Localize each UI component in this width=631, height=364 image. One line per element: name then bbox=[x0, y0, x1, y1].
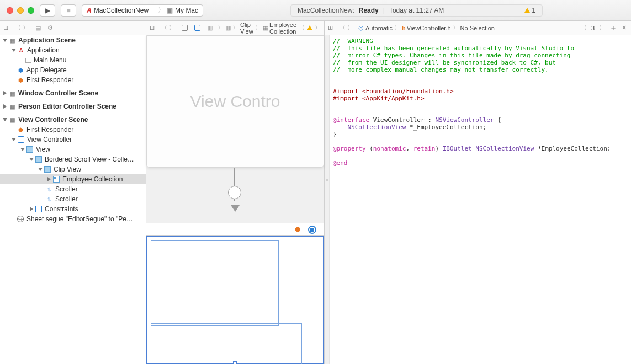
resize-handle-icon[interactable] bbox=[233, 361, 237, 364]
stop-button[interactable]: ■ bbox=[61, 4, 76, 17]
editor-splitter[interactable] bbox=[325, 35, 330, 364]
nav-scroller2[interactable]: Scroller bbox=[55, 195, 78, 203]
disclosure-icon[interactable] bbox=[3, 91, 7, 95]
assistant-file[interactable]: ViewController.h bbox=[407, 25, 451, 31]
scene-application[interactable]: Application Scene bbox=[18, 36, 76, 44]
disclosure-icon[interactable] bbox=[30, 207, 33, 211]
nav-employee-collection[interactable]: Employee Collection bbox=[62, 175, 123, 183]
nav-clip-view[interactable]: Clip View bbox=[54, 165, 81, 173]
layout-icon: ▥ bbox=[207, 24, 213, 31]
code-token: IBOutlet bbox=[443, 145, 472, 152]
back-icon[interactable]: 〈 bbox=[340, 24, 346, 32]
crumb-employee-collection[interactable]: Employee Collection bbox=[269, 22, 299, 35]
document-outline[interactable]: ▦Application Scene AApplication Main Men… bbox=[0, 35, 146, 364]
nav-constraints[interactable]: Constraints bbox=[45, 205, 78, 213]
assistant-source-editor[interactable]: // WARNING // This file has been generat… bbox=[330, 35, 631, 364]
run-button[interactable]: ▶ bbox=[40, 4, 55, 17]
nav-first-responder2[interactable]: First Responder bbox=[26, 126, 73, 133]
status-state: Ready bbox=[359, 7, 379, 14]
collection-icon: ▦ bbox=[263, 24, 268, 31]
cube-icon: ⬢ bbox=[17, 66, 24, 74]
crumb-clip-view[interactable]: Clip View bbox=[240, 22, 253, 35]
next-issue-icon[interactable]: 〉 bbox=[315, 24, 321, 32]
assistant-jump-bar[interactable]: ⊞ 〈〉 ◎ Automatic 〉 h ViewController.h 〉 … bbox=[325, 21, 631, 35]
status-time: Today at 11:27 AM bbox=[389, 7, 444, 14]
disclosure-icon[interactable] bbox=[20, 148, 25, 151]
scheme-name: MacCollectionNew bbox=[94, 7, 149, 14]
nav-app-delegate[interactable]: App Delegate bbox=[26, 66, 67, 74]
back-icon[interactable]: 〈 bbox=[161, 24, 167, 32]
code-token: } bbox=[333, 131, 337, 138]
disclosure-icon[interactable] bbox=[47, 177, 51, 181]
nav-view[interactable]: View bbox=[36, 146, 50, 153]
forward-icon[interactable]: 〉 bbox=[23, 24, 29, 32]
constraints-icon bbox=[35, 206, 42, 212]
nav-segue[interactable]: Sheet segue "EditorSegue" to "Pe… bbox=[26, 215, 133, 223]
disclosure-icon[interactable] bbox=[3, 39, 7, 42]
nav-main-menu[interactable]: Main Menu bbox=[34, 56, 66, 64]
prev-issue-icon[interactable]: 〈 bbox=[299, 24, 305, 32]
forward-icon[interactable]: 〉 bbox=[347, 24, 353, 32]
collection-view-icon bbox=[53, 176, 60, 183]
close-assistant-icon[interactable]: ✕ bbox=[622, 24, 627, 31]
forward-icon[interactable]: 〉 bbox=[169, 24, 175, 32]
view-icon bbox=[35, 156, 42, 163]
related-items-icon[interactable]: ⊞ bbox=[3, 24, 8, 31]
outline-icon[interactable]: ▤ bbox=[35, 24, 41, 31]
chevron-right-icon: 〉 bbox=[158, 6, 165, 15]
code-line: // mirror C# types. Changes in this file… bbox=[333, 52, 570, 59]
code-token: @interface bbox=[333, 116, 369, 124]
nav-view-controller[interactable]: View Controller bbox=[27, 136, 72, 143]
scene-person-editor[interactable]: Person Editor Controller Scene bbox=[18, 103, 116, 110]
code-token: retain bbox=[413, 145, 436, 152]
square-icon bbox=[194, 25, 200, 31]
storyboard-canvas[interactable]: View Contro ⬢ bbox=[146, 35, 325, 364]
arrow-down-icon bbox=[231, 205, 240, 212]
nav-bordered-scroll[interactable]: Bordered Scroll View - Colle… bbox=[45, 156, 134, 163]
disclosure-icon[interactable] bbox=[12, 138, 16, 141]
jump-bar-row: ⊞ 〈〉 ▤ ⚙ ⊞ 〈〉 ▥ 〉 ▥ 〉 Clip View 〉 ▦ Empl… bbox=[0, 21, 631, 35]
nav-scroller1[interactable]: Scroller bbox=[55, 185, 78, 193]
first-responder-icon[interactable]: ⬢ bbox=[295, 226, 300, 233]
assistant-mode[interactable]: Automatic bbox=[365, 25, 393, 31]
collection-view-selection-frame[interactable] bbox=[151, 323, 302, 364]
code-line: // from the UI designer will be synchron… bbox=[333, 59, 556, 66]
minimize-window-icon[interactable] bbox=[17, 7, 24, 14]
scene-view-controller[interactable]: View Controller Scene bbox=[18, 116, 88, 124]
code-token: ViewController bbox=[373, 116, 425, 124]
view-controller-dock-icon[interactable] bbox=[308, 226, 316, 234]
grip-icon bbox=[326, 179, 328, 181]
layout-icon: ▥ bbox=[225, 24, 231, 31]
menu-icon bbox=[25, 58, 31, 63]
zoom-window-icon[interactable] bbox=[28, 7, 34, 14]
main-toolbar: ▶ ■ AMacCollectionNew 〉▣My Mac MacCollec… bbox=[0, 0, 631, 21]
next-counterpart-icon[interactable]: 〉 bbox=[599, 24, 605, 32]
code-token: ) bbox=[435, 145, 442, 152]
grid-icon[interactable]: ⊞ bbox=[150, 24, 155, 31]
nav-first-responder[interactable]: First Responder bbox=[26, 76, 73, 84]
disclosure-icon[interactable] bbox=[38, 168, 43, 171]
disclosure-icon[interactable] bbox=[3, 118, 7, 121]
grid-icon[interactable]: ⊞ bbox=[328, 24, 333, 31]
close-window-icon[interactable] bbox=[7, 7, 13, 14]
warn-count: 1 bbox=[532, 7, 535, 14]
collection-view-canvas[interactable] bbox=[146, 236, 324, 364]
disclosure-icon[interactable] bbox=[29, 158, 34, 161]
add-assistant-icon[interactable]: ＋ bbox=[609, 23, 617, 33]
prev-counterpart-icon[interactable]: 〈 bbox=[581, 24, 587, 32]
nav-application[interactable]: Application bbox=[27, 46, 60, 54]
code-token: , bbox=[406, 145, 413, 152]
assistant-selection[interactable]: No Selection bbox=[460, 25, 495, 31]
disclosure-icon[interactable] bbox=[12, 49, 16, 52]
code-token: { bbox=[494, 116, 501, 124]
scheme-selector[interactable]: AMacCollectionNew 〉▣My Mac bbox=[82, 4, 203, 17]
canvas-jump-bar[interactable]: ⊞ 〈〉 ▥ 〉 ▥ 〉 Clip View 〉 ▦ Employee Coll… bbox=[146, 21, 325, 35]
code-line: // more complex manual changes may not t… bbox=[333, 66, 549, 73]
adjust-icon[interactable]: ⚙ bbox=[47, 24, 53, 31]
collection-view-item-frame[interactable] bbox=[151, 240, 279, 326]
segue-knob-icon[interactable] bbox=[228, 186, 241, 199]
warning-badge[interactable]: 1 bbox=[524, 7, 535, 14]
back-icon[interactable]: 〈 bbox=[15, 24, 21, 32]
scene-window-controller[interactable]: Window Controller Scene bbox=[18, 89, 98, 97]
disclosure-icon[interactable] bbox=[3, 104, 7, 109]
